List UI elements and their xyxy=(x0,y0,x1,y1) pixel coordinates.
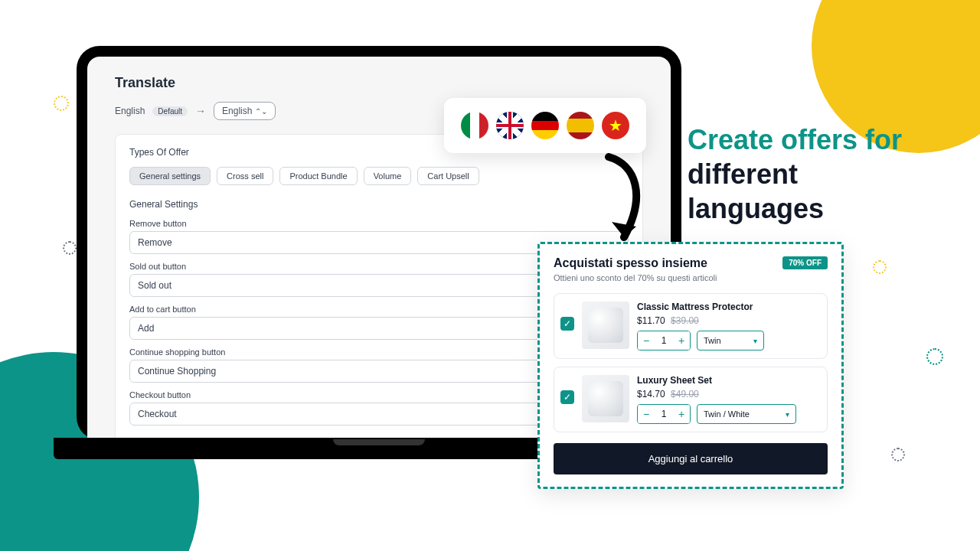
decor-dot-3 xyxy=(873,260,887,274)
tab-product-bundle[interactable]: Product Bundle xyxy=(279,167,357,185)
product-thumbnail xyxy=(582,302,629,349)
flag-popover xyxy=(444,98,646,153)
offer-discount-badge: 70% OFF xyxy=(782,256,828,269)
chevron-down-icon: ▾ xyxy=(753,337,757,345)
offer-title: Acquistati spesso insieme xyxy=(554,256,707,270)
decor-dot-1 xyxy=(54,96,69,111)
flag-vietnam-icon xyxy=(602,112,629,139)
source-language: English xyxy=(115,106,145,116)
target-language-select[interactable]: English ⌃⌄ xyxy=(214,102,276,120)
general-settings-title: General Settings xyxy=(129,199,629,210)
swoosh-arrow-icon xyxy=(593,153,655,253)
offer-subtitle: Ottieni uno sconto del 70% su questi art… xyxy=(554,273,828,282)
product-old-price: $39.00 xyxy=(671,315,699,326)
headline-line3: languages xyxy=(688,191,948,226)
decor-dot-5 xyxy=(891,448,905,461)
quantity-stepper[interactable]: − 1 + xyxy=(637,331,691,350)
offer-preview: Acquistati spesso insieme 70% OFF Ottien… xyxy=(537,242,844,489)
add-to-cart-button[interactable]: Aggiungi al carrello xyxy=(554,443,828,474)
variant-select[interactable]: Twin ▾ xyxy=(697,331,764,350)
decor-dot-2 xyxy=(63,241,77,255)
product-name: Classic Mattress Protector xyxy=(637,302,818,312)
tab-cart-upsell[interactable]: Cart Upsell xyxy=(417,167,479,185)
product-price: $11.70 xyxy=(637,315,665,326)
product-checkbox[interactable]: ✓ xyxy=(560,390,574,404)
default-pill: Default xyxy=(152,106,188,116)
qty-plus[interactable]: + xyxy=(673,331,690,350)
qty-value: 1 xyxy=(655,331,673,350)
variant-select[interactable]: Twin / White ▾ xyxy=(697,404,796,424)
quantity-stepper[interactable]: − 1 + xyxy=(637,404,691,424)
headline: Create offers for different languages xyxy=(688,122,948,226)
product-row: ✓ Luxury Sheet Set $14.70 $49.00 − 1 + T… xyxy=(554,367,828,432)
qty-minus[interactable]: − xyxy=(638,331,655,350)
product-checkbox[interactable]: ✓ xyxy=(560,317,574,331)
qty-plus[interactable]: + xyxy=(673,405,690,423)
flag-spain-icon xyxy=(567,112,594,139)
chevron-down-icon: ▾ xyxy=(786,410,789,419)
qty-value: 1 xyxy=(655,405,673,423)
flag-uk-icon xyxy=(496,112,524,139)
headline-line2: different xyxy=(688,157,948,191)
flag-italy-icon xyxy=(461,112,488,139)
tab-volume[interactable]: Volume xyxy=(364,167,412,185)
page-title: Translate xyxy=(115,75,643,91)
product-old-price: $49.00 xyxy=(671,389,699,399)
arrow-right-icon: → xyxy=(195,105,206,117)
flag-germany-icon xyxy=(531,112,559,139)
tab-general-settings[interactable]: General settings xyxy=(129,167,211,185)
product-price: $14.70 xyxy=(637,389,665,399)
tab-cross-sell[interactable]: Cross sell xyxy=(217,167,273,185)
field-label: Remove button xyxy=(129,219,629,228)
product-name: Luxury Sheet Set xyxy=(637,375,818,386)
qty-minus[interactable]: − xyxy=(638,405,655,423)
chevron-down-icon: ⌃⌄ xyxy=(255,107,267,116)
headline-line1: Create offers for xyxy=(688,122,948,157)
offer-tabs: General settings Cross sell Product Bund… xyxy=(129,167,629,185)
decor-dot-4 xyxy=(926,348,943,365)
product-thumbnail xyxy=(582,375,629,422)
product-row: ✓ Classic Mattress Protector $11.70 $39.… xyxy=(554,293,828,359)
